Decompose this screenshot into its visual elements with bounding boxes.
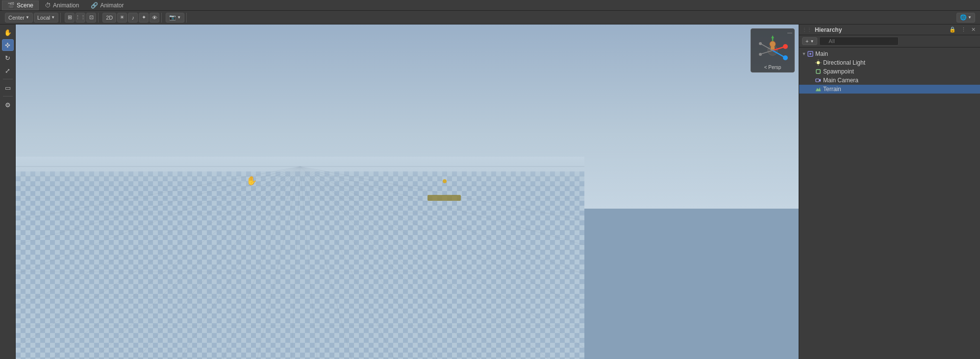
panel-close-button[interactable]: ✕ [970,26,977,33]
2d-button[interactable]: 2D [102,13,116,23]
panel-top-icons: 🔒 ⋮ ✕ [948,26,977,33]
terrain-label: Terrain [823,86,841,93]
svg-point-55 [770,41,776,47]
chevron-down-icon-4: ▼ [968,15,972,20]
scene-view[interactable]: ✋ — [16,24,799,359]
vfx-icon: ✦ [142,14,146,21]
svg-rect-56 [771,47,775,49]
animation-tab-icon: ⏱ [45,2,51,9]
hierarchy-search-wrap: 🔍 [819,37,977,46]
hierarchy-list: ▼ Main [799,48,980,359]
hierarchy-item-directional-light[interactable]: Directional Light [799,58,980,67]
scale-icon: ⤢ [5,67,10,74]
tab-bar: 🎬 Scene ⏱ Animation 🔗 Animator [0,0,980,11]
camera-icon [815,77,822,84]
center-button[interactable]: Center ▼ [5,13,33,23]
gizmo-overlay: — [751,28,795,72]
toolbar-group-pivot: Center ▼ Local ▼ [3,13,61,23]
animator-tab-icon: 🔗 [91,2,98,9]
multi-tool-button[interactable]: ⚙ [2,99,14,111]
hierarchy-toolbar: + ▼ 🔍 [799,35,980,48]
main-camera-label: Main Camera [823,77,858,84]
panel-more-button[interactable]: ⋮ [959,26,968,33]
tab-animation[interactable]: ⏱ Animation [40,0,84,10]
tab-animator[interactable]: 🔗 Animator [85,0,129,10]
grid-icon: ⊞ [68,14,72,21]
svg-point-58 [809,53,811,55]
2d-label: 2D [106,15,113,21]
audio-button[interactable]: ♪ [128,13,138,23]
hierarchy-panel: ⋮⋮ Hierarchy 🔒 ⋮ ✕ + ▼ 🔍 ▼ [799,24,980,359]
svg-marker-67 [816,88,821,91]
plus-icon: + [805,38,808,44]
svg-marker-5 [16,169,584,359]
scene-icon [807,50,814,57]
rect-tool-button[interactable]: ▭ [2,82,14,94]
hand-tool-button[interactable]: ✋ [2,26,14,38]
camera-mode-button[interactable]: 📷 ▼ [166,13,184,23]
grid-button[interactable]: ⊞ [65,13,75,23]
spawnpoint-marker [443,179,447,183]
main-label: Main [815,50,828,57]
grid-snap-button[interactable]: ⋮⋮ [75,13,85,23]
toolbar-group-camera: 📷 ▼ [164,13,187,23]
gizmo-minimize-button[interactable]: — [787,30,792,35]
hierarchy-search-input[interactable] [819,37,899,46]
grid-snap-icon: ⋮⋮ [75,14,86,21]
scale-tool-button[interactable]: ⤢ [2,65,14,76]
scene-vis-icon: 👁 [152,15,157,21]
rotate-icon: ↻ [5,54,10,62]
hierarchy-item-terrain[interactable]: Terrain [799,85,980,94]
center-label: Center [8,15,25,21]
chevron-down-icon-2: ▼ [51,15,55,20]
chevron-icon: ▼ [810,39,814,44]
svg-rect-65 [816,79,819,82]
svg-point-48 [783,44,788,49]
hierarchy-item-spawnpoint[interactable]: Spawnpoint [799,67,980,76]
hand-icon: ✋ [4,29,12,36]
hierarchy-drag-handle: ⋮⋮ [802,27,812,32]
left-separator [3,79,13,79]
hierarchy-add-button[interactable]: + ▼ [802,37,817,45]
local-button[interactable]: Local ▼ [34,13,58,23]
left-toolbar: ✋ ✜ ↻ ⤢ ▭ ⚙ [0,24,16,359]
svg-rect-41 [427,195,461,201]
svg-point-54 [759,42,762,45]
lighting-icon: ☀ [120,14,125,21]
chevron-down-icon: ▼ [25,15,29,20]
move-tool-button[interactable]: ✜ [2,39,14,51]
animation-tab-label: Animation [53,2,79,9]
move-icon: ✜ [5,42,10,49]
rect-icon: ▭ [5,84,11,92]
chevron-down-icon-3: ▼ [177,15,181,20]
hierarchy-item-main-camera[interactable]: Main Camera [799,76,980,85]
arrow-main: ▼ [801,51,807,56]
lighting-button[interactable]: ☀ [117,13,127,23]
svg-point-50 [783,55,788,60]
panel-lock-button[interactable]: 🔒 [948,26,957,33]
hierarchy-item-main[interactable]: ▼ Main [799,49,980,58]
scene-vis-button[interactable]: 👁 [150,13,159,23]
render-mode-icon: 🌐 [960,14,967,21]
audio-icon: ♪ [131,15,134,21]
hierarchy-panel-header: ⋮⋮ Hierarchy 🔒 ⋮ ✕ [799,24,980,35]
toolbar-group-view: ⊞ ⋮⋮ ⊡ [63,13,99,23]
rotate-tool-button[interactable]: ↻ [2,52,14,64]
scene-tab-icon: 🎬 [7,2,15,9]
svg-text:✋: ✋ [246,175,257,186]
scene-toolbar: Center ▼ Local ▼ ⊞ ⋮⋮ ⊡ 2D ☀ ♪ ✦ [0,11,980,24]
snap-settings-button[interactable]: ⊡ [86,13,96,23]
snap-settings-icon: ⊡ [89,14,94,21]
multi-icon: ⚙ [5,101,11,109]
toolbar-group-render: 🌐 ▼ [955,13,977,23]
render-mode-button[interactable]: 🌐 ▼ [956,13,975,23]
scene-gizmo-svg [755,33,790,68]
gameobj-icon [815,68,822,75]
vfx-button[interactable]: ✦ [139,13,149,23]
tab-scene[interactable]: 🎬 Scene [2,0,39,10]
persp-label[interactable]: < Persp [764,65,781,70]
svg-point-52 [759,53,762,56]
toolbar-group-2d: 2D ☀ ♪ ✦ 👁 [101,13,162,23]
scene-tab-label: Scene [17,2,33,9]
local-label: Local [37,15,50,21]
